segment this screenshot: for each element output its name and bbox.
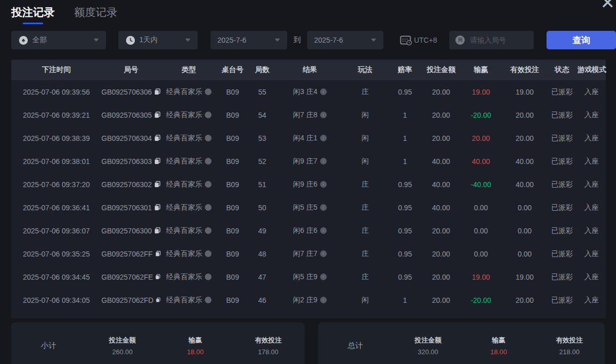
timezone-label: UTC+8 [414,36,437,44]
copy-icon[interactable] [154,204,161,211]
cell-win-loss: 0.00 [459,204,503,212]
copy-icon[interactable] [154,181,161,188]
cell-game-type: 经典百家乐 [161,272,217,282]
game-type-badge-icon[interactable] [205,227,212,234]
game-type-select[interactable]: ♠ 全部 [11,31,106,49]
info-icon[interactable]: i [320,227,327,234]
copy-icon[interactable] [154,88,161,95]
cell-valid-bet: 20.00 [503,111,547,119]
cell-round-id: GB0925706302 [101,180,161,189]
cell-round-no: 55 [248,88,276,96]
cell-round-id: GB0925706301 [101,204,161,212]
copy-icon[interactable] [154,158,161,165]
cell-result: 闲9 庄6 i [276,180,343,189]
cell-bet-amount: 20.00 [423,273,459,281]
info-icon[interactable]: i [320,135,327,141]
cell-win-loss: 20.00 [459,134,503,142]
tab-bet-records[interactable]: 投注记录 [11,5,55,24]
info-icon[interactable]: i [320,204,327,211]
copy-icon[interactable] [154,112,161,118]
table-row: 2025-07-06 09:39:21 GB0925706305 经典百家乐 B… [11,103,606,126]
cell-result: 闲7 庄8 i [276,111,343,120]
subtotal-panel: 小计 投注金额 260.00 输赢 18.00 有效投注 178.00 [11,322,305,364]
cell-win-loss: 0.00 [459,227,503,235]
cell-round-no: 47 [248,273,276,281]
game-type-badge-icon[interactable] [205,135,212,141]
cell-status: 已派彩 [547,203,577,212]
table-body: 2025-07-06 09:39:56 GB0925706306 经典百家乐 B… [11,80,606,312]
game-type-badge-icon[interactable] [205,250,212,257]
total-panel: 总计 投注金额 320.00 输赢 18.00 有效投注 218.00 [318,322,605,364]
copy-icon[interactable] [154,135,161,141]
cell-game-type: 经典百家乐 [161,87,217,97]
cell-game-type: 经典百家乐 [161,226,217,235]
cell-round-id: GB0925706306 [101,88,161,96]
copy-icon[interactable] [156,297,161,303]
cell-result: 闲9 庄7 i [276,157,343,166]
game-type-badge-icon[interactable] [205,204,212,211]
cell-status: 已派彩 [547,87,577,97]
table-row: 2025-07-06 09:34:05 GB09257062FD 经典百家乐 B… [11,288,606,312]
table-row: 2025-07-06 09:36:07 GB0925706300 经典百家乐 B… [11,219,606,242]
info-icon[interactable]: i [320,181,327,188]
date-to-select[interactable]: 2025-7-6 [307,31,384,49]
total-valid-bet: 有效投注 218.00 [534,336,605,356]
cell-valid-bet: 20.00 [503,134,547,142]
cell-status: 已派彩 [547,157,577,166]
info-icon[interactable]: i [320,88,327,95]
cell-result: 闲4 庄1 i [276,134,343,143]
subtotal-bet-amount: 投注金额 260.00 [86,336,159,356]
cell-status: 已派彩 [547,226,577,235]
cell-result: 闲5 庄5 i [276,203,343,212]
subtotal-win-loss: 输赢 18.00 [159,336,232,356]
cell-result: 闲7 庄7 i [276,249,343,259]
cell-play-type: 闲 [343,134,387,143]
game-type-badge-icon[interactable] [205,112,212,118]
subtotal-valid-bet: 有效投注 178.00 [232,336,305,356]
cell-bet-time: 2025-07-06 09:34:05 [11,296,101,304]
copy-icon[interactable] [155,274,161,280]
cell-bet-amount: 40.00 [423,180,459,189]
cell-game-mode: 入座 [577,226,606,235]
round-search-field[interactable]: 局 [449,31,534,49]
cell-status: 已派彩 [547,180,577,189]
close-icon[interactable]: ✕ [601,0,615,11]
spade-icon: ♠ [19,36,28,45]
cell-bet-amount: 20.00 [423,88,459,96]
cell-game-type: 经典百家乐 [161,249,217,259]
info-icon[interactable]: i [320,297,327,303]
cell-game-type: 经典百家乐 [161,180,217,189]
copy-icon[interactable] [154,227,161,234]
game-type-badge-icon[interactable] [205,88,212,95]
cell-table-no: B09 [217,111,248,119]
cell-play-type: 闲 [343,111,387,120]
cell-valid-bet: 40.00 [503,180,547,189]
game-type-badge-icon[interactable] [205,181,212,188]
table-header-row: 下注时间局号类型桌台号局数结果玩法赔率投注金额输赢有效投注状态游戏模式 [11,60,606,80]
cell-odds: 0.95 [387,180,423,189]
round-search-input[interactable] [469,35,527,45]
query-button[interactable]: 查询 [547,31,616,49]
copy-icon[interactable] [155,250,161,257]
column-header: 有效投注 [503,65,547,75]
tab-quota-records[interactable]: 额度记录 [74,5,117,24]
cell-odds: 0.95 [387,227,423,235]
game-type-badge-icon[interactable] [205,274,212,280]
cell-game-type: 经典百家乐 [161,157,217,166]
info-icon[interactable]: i [320,250,327,257]
info-icon[interactable]: i [320,274,327,280]
date-from-select[interactable]: 2025-7-6 [210,31,287,49]
time-range-select[interactable]: 1天内 [118,31,198,49]
to-label: 到 [294,35,301,45]
cell-bet-amount: 20.00 [423,227,459,235]
cell-play-type: 庄 [343,180,387,189]
game-type-badge-icon[interactable] [205,297,212,303]
info-icon[interactable]: i [320,112,327,118]
cell-game-type: 经典百家乐 [161,134,217,143]
game-type-badge-icon[interactable] [205,158,212,165]
cell-round-id: GB0925706305 [101,111,161,119]
cell-game-mode: 入座 [577,157,606,166]
info-icon[interactable]: i [320,158,327,165]
cell-table-no: B09 [217,204,248,212]
cell-bet-time: 2025-07-06 09:39:56 [11,88,101,96]
